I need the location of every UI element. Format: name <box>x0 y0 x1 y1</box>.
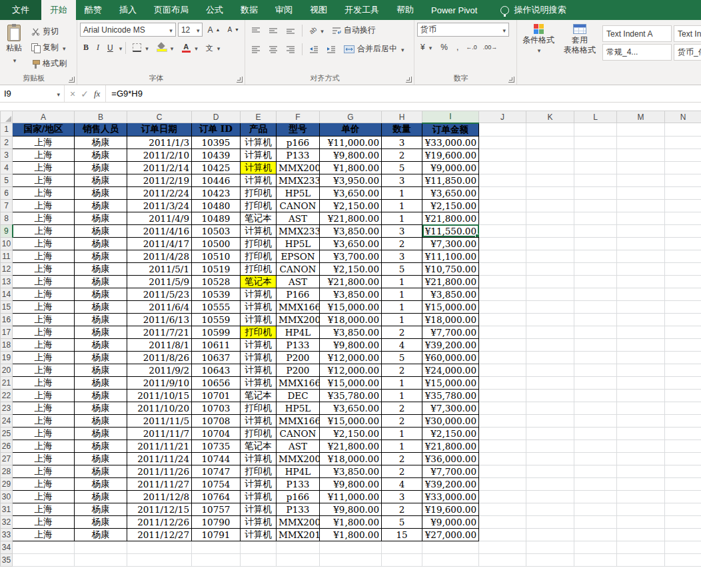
cell-F23[interactable]: HP5L <box>277 402 320 414</box>
increase-decimal-button[interactable]: ←.0 <box>464 42 479 53</box>
cell-H10[interactable]: 2 <box>382 237 422 250</box>
cell-N11[interactable] <box>665 250 701 262</box>
cell-L8[interactable] <box>574 212 617 224</box>
cell-F10[interactable]: HP5L <box>277 237 320 250</box>
cell-C9[interactable]: 2011/4/16 <box>127 224 192 237</box>
fill-color-button[interactable] <box>153 41 177 55</box>
cell-N6[interactable] <box>665 186 701 199</box>
cell-N4[interactable] <box>665 161 701 174</box>
cell-B35[interactable] <box>75 553 127 566</box>
cell-B25[interactable]: 杨康 <box>75 427 127 440</box>
cell-N32[interactable] <box>665 515 701 528</box>
cell-E17[interactable]: 打印机 <box>241 326 277 338</box>
row-header-31[interactable]: 31 <box>1 503 13 515</box>
cell-D23[interactable]: 10703 <box>192 402 241 414</box>
cell-K3[interactable] <box>526 148 574 161</box>
decrease-indent-button[interactable] <box>306 43 322 55</box>
number-format-combo[interactable]: 货币 <box>417 23 509 37</box>
cell-N30[interactable] <box>665 490 701 503</box>
cell-M13[interactable] <box>617 275 665 288</box>
column-header-F[interactable]: F <box>277 111 320 123</box>
shrink-font-button[interactable]: A▼ <box>225 25 242 35</box>
row-header-13[interactable]: 13 <box>1 275 13 288</box>
cell-L13[interactable] <box>574 275 617 288</box>
cell-E12[interactable]: 打印机 <box>241 262 277 275</box>
clipboard-dialog-launcher-icon[interactable] <box>69 77 75 83</box>
cell-G22[interactable]: ¥35,780.00 <box>320 389 382 402</box>
cell-A9[interactable]: 上海 <box>13 224 75 237</box>
cell-H13[interactable]: 1 <box>382 275 422 288</box>
cell-L11[interactable] <box>574 250 617 262</box>
copy-button[interactable]: 复制 <box>28 40 70 55</box>
ribbon-tab-help[interactable]: 帮助 <box>388 0 422 20</box>
cell-L17[interactable] <box>574 326 617 338</box>
cell-G16[interactable]: ¥18,000.00 <box>320 313 382 326</box>
cell-H32[interactable]: 5 <box>382 515 422 528</box>
conditional-formatting-button[interactable]: 条件格式 <box>520 23 557 73</box>
cell-G7[interactable]: ¥2,150.00 <box>320 199 382 212</box>
cell-L5[interactable] <box>574 174 617 186</box>
row-header-6[interactable]: 6 <box>1 186 13 199</box>
cell-C27[interactable]: 2011/11/24 <box>127 452 192 465</box>
row-header-32[interactable]: 32 <box>1 515 13 528</box>
cancel-button[interactable]: × <box>70 89 75 99</box>
cell-F9[interactable]: MMX233 <box>277 224 320 237</box>
tell-me[interactable]: 操作说明搜索 <box>500 0 566 20</box>
cell-E27[interactable]: 计算机 <box>241 452 277 465</box>
cell-C23[interactable]: 2011/10/20 <box>127 402 192 414</box>
cell-E35[interactable] <box>241 553 277 566</box>
cell-F24[interactable]: MMX166 <box>277 414 320 427</box>
row-header-23[interactable]: 23 <box>1 402 13 414</box>
insert-function-button[interactable]: fx <box>94 89 100 99</box>
cell-B14[interactable]: 杨康 <box>75 288 127 300</box>
align-center-button[interactable] <box>265 43 281 55</box>
cell-H26[interactable]: 1 <box>382 440 422 452</box>
row-header-5[interactable]: 5 <box>1 174 13 186</box>
cell-J7[interactable] <box>479 199 526 212</box>
cell-C26[interactable]: 2011/11/21 <box>127 440 192 452</box>
cell-K33[interactable] <box>526 528 574 541</box>
cell-A21[interactable]: 上海 <box>13 376 75 389</box>
cell-L9[interactable] <box>574 224 617 237</box>
cell-L28[interactable] <box>574 465 617 477</box>
cell-N27[interactable] <box>665 452 701 465</box>
cell-F16[interactable]: MMX200 <box>277 313 320 326</box>
cell-C11[interactable]: 2011/4/28 <box>127 250 192 262</box>
cell-I21[interactable]: ¥15,000.00 <box>422 376 479 389</box>
cell-B9[interactable]: 杨康 <box>75 224 127 237</box>
cell-A8[interactable]: 上海 <box>13 212 75 224</box>
cell-M3[interactable] <box>617 148 665 161</box>
row-header-26[interactable]: 26 <box>1 440 13 452</box>
cell-J28[interactable] <box>479 465 526 477</box>
cell-N16[interactable] <box>665 313 701 326</box>
cell-E11[interactable]: 打印机 <box>241 250 277 262</box>
cell-F22[interactable]: DEC <box>277 389 320 402</box>
cell-A1[interactable]: 国家/地区 <box>13 123 75 137</box>
cell-K17[interactable] <box>526 326 574 338</box>
cell-C18[interactable]: 2011/8/1 <box>127 338 192 351</box>
cell-K6[interactable] <box>526 186 574 199</box>
cell-B30[interactable]: 杨康 <box>75 490 127 503</box>
cell-C5[interactable]: 2011/2/19 <box>127 174 192 186</box>
format-as-table-button[interactable]: 套用 表格格式 <box>561 23 598 73</box>
cell-B34[interactable] <box>75 541 127 553</box>
cell-A29[interactable]: 上海 <box>13 477 75 490</box>
cell-J6[interactable] <box>479 186 526 199</box>
row-header-35[interactable]: 35 <box>1 553 13 566</box>
cell-J20[interactable] <box>479 364 526 376</box>
font-color-button[interactable]: A <box>178 41 201 55</box>
cell-K7[interactable] <box>526 199 574 212</box>
cell-M9[interactable] <box>617 224 665 237</box>
cell-D2[interactable]: 10395 <box>192 136 241 148</box>
align-bottom-button[interactable] <box>283 25 299 37</box>
cell-I33[interactable]: ¥27,000.00 <box>422 528 479 541</box>
cell-K1[interactable] <box>526 123 574 137</box>
cell-B12[interactable]: 杨康 <box>75 262 127 275</box>
cell-A32[interactable]: 上海 <box>13 515 75 528</box>
cell-C25[interactable]: 2011/11/7 <box>127 427 192 440</box>
cell-J12[interactable] <box>479 262 526 275</box>
cell-I9[interactable]: ¥11,550.00 <box>422 224 479 237</box>
cell-B26[interactable]: 杨康 <box>75 440 127 452</box>
cell-H29[interactable]: 4 <box>382 477 422 490</box>
cell-N24[interactable] <box>665 414 701 427</box>
